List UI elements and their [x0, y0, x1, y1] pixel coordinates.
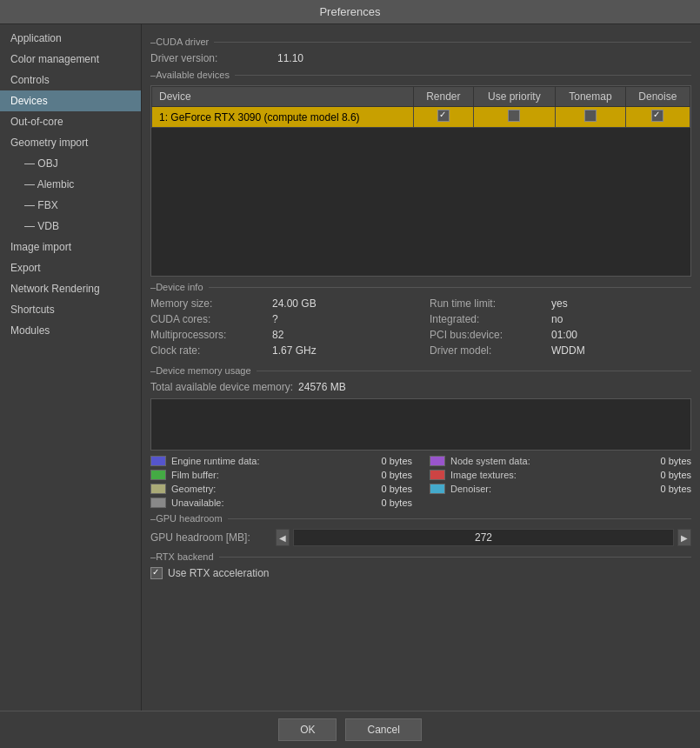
sidebar-item-shortcuts[interactable]: Shortcuts	[0, 299, 141, 320]
sidebar-item-obj[interactable]: — OBJ	[0, 153, 141, 174]
clock-rate-label: Clock rate:	[150, 344, 272, 357]
gpu-headroom-label: GPU headroom [MB]:	[150, 531, 272, 544]
sidebar-item-application[interactable]: Application	[0, 28, 141, 49]
rtx-label: Use RTX acceleration	[168, 567, 270, 579]
dialog-title: Preferences	[319, 5, 380, 18]
legend-label-unavailable: Unavailable:	[171, 498, 224, 508]
gpu-headroom-header: GPU headroom	[150, 513, 691, 524]
total-memory-value: 24576 MB	[298, 381, 346, 393]
use_priority-cell[interactable]	[473, 107, 555, 128]
device-name: 1: GeForce RTX 3090 (compute model 8.6)	[152, 107, 414, 128]
legend-value-film: 0 bytes	[382, 470, 412, 480]
driver-model-row: Driver model: WDDM	[430, 344, 691, 357]
gpu-headroom-row: GPU headroom [MB]: ◀ 272 ▶	[150, 529, 691, 546]
rtx-row: Use RTX acceleration	[150, 567, 691, 579]
use_priority-checkbox[interactable]	[508, 110, 520, 122]
render-cell[interactable]	[414, 107, 474, 128]
sidebar-item-image-import[interactable]: Image import	[0, 237, 141, 257]
tonemap-cell[interactable]	[556, 107, 626, 128]
slider-value: 272	[475, 531, 492, 544]
table-row[interactable]: 1: GeForce RTX 3090 (compute model 8.6)	[152, 107, 690, 128]
slider-left-arrow[interactable]: ◀	[276, 529, 290, 546]
driver-model-label: Driver model:	[430, 344, 551, 357]
sidebar-item-out-of-core[interactable]: Out-of-core	[0, 111, 141, 132]
cancel-button[interactable]: Cancel	[345, 718, 421, 741]
sidebar-item-fbx[interactable]: — FBX	[0, 195, 141, 216]
tonemap-checkbox[interactable]	[584, 110, 597, 122]
denoise-checkbox[interactable]	[651, 110, 663, 122]
col-device: Device	[152, 87, 414, 107]
legend-value-denoiser: 0 bytes	[661, 484, 691, 494]
run-time-limit-value: yes	[551, 297, 568, 310]
driver-label: Driver version:	[150, 52, 272, 64]
legend-label-textures: Image textures:	[450, 470, 517, 480]
available-devices-header: Available devices	[150, 70, 691, 80]
device-info-grid: Memory size: 24.00 GB CUDA cores: ? Mult…	[150, 297, 691, 360]
cuda-cores-row: CUDA cores: ?	[150, 313, 412, 325]
driver-model-value: WDDM	[551, 344, 585, 357]
ok-button[interactable]: OK	[278, 718, 337, 741]
memory-legend: Engine runtime data:0 bytesNode system d…	[150, 456, 691, 508]
legend-item-film: Film buffer:0 bytes	[150, 470, 412, 480]
legend-color-textures	[430, 470, 445, 480]
device-info-right: Run time limit: yes Integrated: no PCI b…	[430, 297, 691, 360]
rtx-checkbox[interactable]	[150, 567, 163, 579]
cuda-cores-value: ?	[272, 313, 278, 325]
sidebar-item-export[interactable]: Export	[0, 257, 141, 278]
legend-color-film	[150, 470, 166, 480]
pci-label: PCI bus:device:	[430, 329, 551, 341]
render-checkbox[interactable]	[437, 110, 450, 122]
legend-item-geometry: Geometry:0 bytes	[150, 484, 412, 494]
sidebar-item-vdb[interactable]: — VDB	[0, 216, 141, 237]
clock-rate-row: Clock rate: 1.67 GHz	[150, 344, 412, 357]
legend-label-node: Node system data:	[450, 456, 530, 466]
integrated-value: no	[551, 313, 563, 325]
sidebar-item-devices[interactable]: Devices	[0, 90, 141, 111]
legend-label-engine: Engine runtime data:	[171, 456, 260, 466]
sidebar-item-alembic[interactable]: — Alembic	[0, 174, 141, 195]
legend-color-engine	[150, 456, 166, 466]
sidebar-item-geometry-import[interactable]: Geometry import	[0, 132, 141, 153]
legend-item-textures: Image textures:0 bytes	[430, 470, 691, 480]
memory-size-row: Memory size: 24.00 GB	[150, 297, 412, 310]
slider-right-arrow[interactable]: ▶	[677, 529, 691, 546]
denoise-cell[interactable]	[625, 107, 690, 128]
run-time-limit-label: Run time limit:	[430, 297, 551, 310]
legend-item-engine: Engine runtime data:0 bytes	[150, 456, 412, 466]
title-bar: Preferences	[0, 0, 700, 24]
sidebar-item-network-rendering[interactable]: Network Rendering	[0, 278, 141, 299]
main-content: ApplicationColor managementControlsDevic…	[0, 24, 700, 711]
legend-value-engine: 0 bytes	[382, 456, 412, 466]
legend-item-denoiser: Denoiser:0 bytes	[430, 484, 691, 494]
device-list-area: Device Render Use priority Tonemap Denoi…	[150, 85, 691, 277]
slider-track[interactable]: 272	[293, 529, 674, 546]
cuda-cores-label: CUDA cores:	[150, 313, 272, 325]
total-memory-label: Total available device memory:	[150, 381, 293, 393]
legend-value-geometry: 0 bytes	[382, 484, 412, 494]
legend-label-geometry: Geometry:	[171, 484, 216, 494]
memory-bar	[150, 398, 691, 451]
multiprocessors-row: Multiprocessors: 82	[150, 329, 412, 341]
legend-value-unavailable: 0 bytes	[382, 498, 412, 508]
pci-row: PCI bus:device: 01:00	[430, 329, 691, 341]
pci-value: 01:00	[551, 329, 577, 341]
legend-item-node: Node system data:0 bytes	[430, 456, 691, 466]
run-time-limit-row: Run time limit: yes	[430, 297, 691, 310]
sidebar-item-modules[interactable]: Modules	[0, 320, 141, 341]
cuda-section-header: CUDA driver	[150, 37, 691, 47]
memory-size-label: Memory size:	[150, 297, 272, 310]
multiprocessors-value: 82	[272, 329, 283, 341]
total-memory-row: Total available device memory: 24576 MB	[150, 381, 691, 393]
devices-table: Device Render Use priority Tonemap Denoi…	[151, 86, 690, 128]
integrated-label: Integrated:	[430, 313, 551, 325]
legend-item-unavailable: Unavailable:0 bytes	[150, 498, 412, 508]
legend-color-unavailable	[150, 498, 166, 508]
sidebar-item-color-management[interactable]: Color management	[0, 49, 141, 70]
bottom-bar: OK Cancel	[0, 711, 700, 748]
sidebar: ApplicationColor managementControlsDevic…	[0, 24, 142, 711]
device-info-header: Device info	[150, 282, 691, 292]
legend-color-denoiser	[430, 484, 445, 494]
legend-color-geometry	[150, 484, 166, 494]
clock-rate-value: 1.67 GHz	[272, 344, 317, 357]
sidebar-item-controls[interactable]: Controls	[0, 70, 141, 90]
